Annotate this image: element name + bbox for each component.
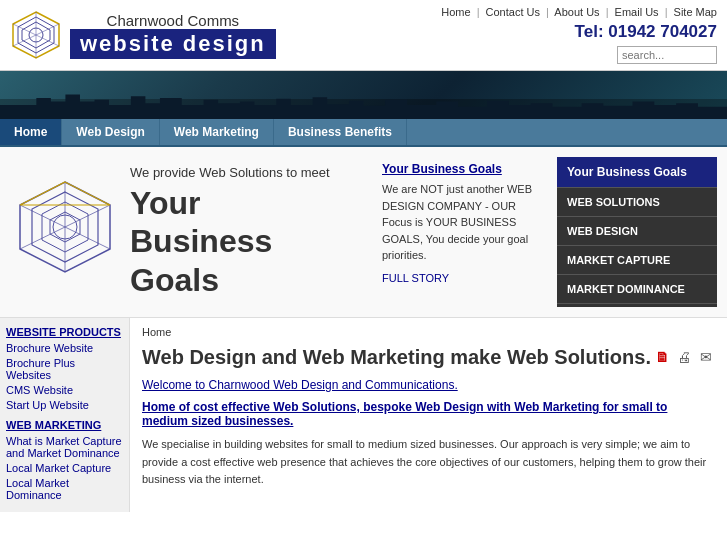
header: Charnwood Comms website design Home | Co… [0, 0, 727, 71]
hero-middle-title[interactable]: Your Business Goals [382, 162, 547, 176]
top-nav-contact[interactable]: Contact Us [486, 6, 540, 18]
logo-text: Charnwood Comms website design [70, 12, 276, 59]
search-box [441, 46, 717, 64]
sidebar-link-brochure-plus[interactable]: Brochure Plus Websites [6, 357, 123, 381]
nav-business-benefits[interactable]: Business Benefits [274, 119, 407, 145]
sidebar-link-brochure[interactable]: Brochure Website [6, 342, 123, 354]
content-title: Web Design and Web Marketing make Web So… [142, 344, 715, 370]
hero-provide-text: We provide Web Solutions to meet [130, 165, 362, 180]
sidebar-link-local-capture[interactable]: Local Market Capture [6, 462, 123, 474]
pdf-icon[interactable]: 🗎 [653, 348, 671, 366]
top-nav-about[interactable]: About Us [554, 6, 599, 18]
home-text-bold[interactable]: Home of cost effective Web Solutions, be… [142, 400, 715, 428]
header-right: Home | Contact Us | About Us | Email Us … [441, 6, 717, 64]
hero-right-item-4[interactable]: MARKET DOMINANCE [557, 275, 717, 304]
sidebar-link-market-capture[interactable]: What is Market Capture and Market Domina… [6, 435, 123, 459]
hero-text-center: We provide Web Solutions to meet Your Bu… [120, 157, 372, 307]
hero-gem [10, 157, 120, 307]
hero-right-item-2[interactable]: WEB DESIGN [557, 217, 717, 246]
hero-middle-col: Your Business Goals We are NOT just anot… [372, 157, 557, 307]
top-nav: Home | Contact Us | About Us | Email Us … [441, 6, 717, 18]
top-nav-sitemap[interactable]: Site Map [674, 6, 717, 18]
sidebar-link-cms[interactable]: CMS Website [6, 384, 123, 396]
hero-right-item-0[interactable]: Your Business Goals [557, 157, 717, 188]
bottom-area: WEBSITE PRODUCTS Brochure Website Brochu… [0, 318, 727, 512]
hero-section: We provide Web Solutions to meet Your Bu… [0, 147, 727, 318]
sidebar-link-local-dominance[interactable]: Local Market Dominance [6, 477, 123, 501]
nav-home[interactable]: Home [0, 119, 62, 145]
content-right: Home 🗎 🖨 ✉ Web Design and Web Marketing … [130, 318, 727, 512]
hero-middle-body: We are NOT just another WEB DESIGN COMPA… [382, 181, 547, 264]
hero-big-text: Your Business Goals [130, 184, 362, 299]
city-silhouette [0, 84, 727, 119]
left-sidebar: WEBSITE PRODUCTS Brochure Website Brochu… [0, 318, 130, 512]
sidebar-link-startup[interactable]: Start Up Website [6, 399, 123, 411]
logo-icon [10, 9, 62, 61]
nav-web-marketing[interactable]: Web Marketing [160, 119, 274, 145]
print-icon[interactable]: 🖨 [675, 348, 693, 366]
sidebar-section-title-1: WEB MARKETING [6, 419, 123, 431]
full-story-link[interactable]: FULL STORY [382, 272, 547, 284]
sidebar-section-title-0: WEBSITE PRODUCTS [6, 326, 123, 338]
top-nav-home[interactable]: Home [441, 6, 470, 18]
breadcrumb: Home [142, 326, 715, 338]
top-nav-email[interactable]: Email Us [615, 6, 659, 18]
email-icon[interactable]: ✉ [697, 348, 715, 366]
search-input[interactable] [617, 46, 717, 64]
hero-banner [0, 71, 727, 119]
welcome-link[interactable]: Welcome to Charnwood Web Design and Comm… [142, 378, 715, 392]
nav-web-design[interactable]: Web Design [62, 119, 159, 145]
hero-right-col: Your Business Goals WEB SOLUTIONS WEB DE… [557, 157, 717, 307]
logo-area: Charnwood Comms website design [10, 9, 276, 61]
content-body: We specialise in building websites for s… [142, 436, 715, 489]
company-name: Charnwood Comms [70, 12, 276, 29]
content-icons: 🗎 🖨 ✉ [653, 348, 715, 366]
nav-bar: Home Web Design Web Marketing Business B… [0, 119, 727, 147]
hero-right-item-3[interactable]: MARKET CAPTURE [557, 246, 717, 275]
phone-number: Tel: 01942 704027 [441, 22, 717, 42]
hero-right-item-1[interactable]: WEB SOLUTIONS [557, 188, 717, 217]
tagline: website design [70, 29, 276, 59]
